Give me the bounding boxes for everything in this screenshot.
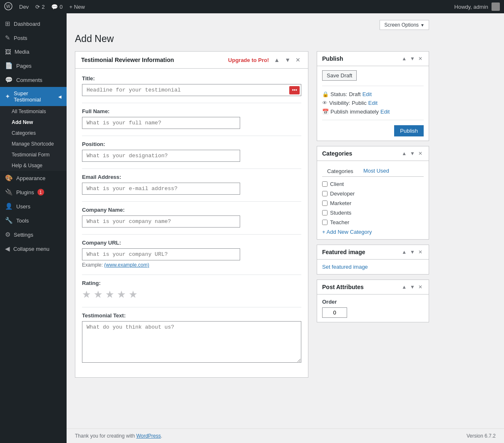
sidebar-item-label: Pages: [16, 63, 32, 69]
updates-link[interactable]: ⟳ 2: [35, 4, 45, 10]
email-input[interactable]: [82, 183, 240, 195]
post-attributes-title: Post Attributes: [322, 284, 400, 290]
categories-box-title: Categories: [322, 150, 400, 157]
publish-time-edit-link[interactable]: Edit: [380, 109, 390, 115]
category-checkbox-teacher[interactable]: [322, 220, 328, 225]
main-content: Screen Options Add New Testimonial Revie…: [67, 13, 437, 428]
company-url-example-link[interactable]: (www.example.com): [104, 262, 149, 268]
sidebar-item-users[interactable]: 👤 Users: [0, 199, 67, 213]
rating-field-group: Rating: ★ ★ ★ ★ ★: [82, 280, 301, 300]
featured-image-up[interactable]: ▲: [400, 248, 408, 256]
star-3[interactable]: ★: [105, 289, 114, 300]
sidebar-collapse-menu[interactable]: ◀ Collapse menu: [0, 242, 67, 256]
wordpress-link[interactable]: WordPress: [136, 433, 161, 439]
publish-box-down[interactable]: ▼: [409, 55, 416, 62]
sidebar-item-label: Settings: [14, 232, 33, 238]
sidebar-item-label: Comments: [16, 77, 42, 83]
new-content-link[interactable]: + New: [70, 4, 85, 10]
tab-most-used[interactable]: Most Used: [358, 165, 394, 176]
screen-options-bar: Screen Options: [75, 20, 429, 30]
publish-box-up[interactable]: ▲: [400, 55, 408, 62]
featured-image-down[interactable]: ▼: [409, 248, 416, 256]
tab-all-categories[interactable]: Categories: [322, 165, 358, 177]
fullname-input[interactable]: [82, 117, 240, 129]
category-label-client: Client: [330, 181, 344, 187]
list-item: Marketer: [322, 200, 424, 206]
sidebar-item-comments[interactable]: 💬 Comments: [0, 73, 67, 87]
dashboard-icon: ⊞: [5, 20, 10, 27]
rating-label: Rating:: [82, 280, 301, 286]
sidebar-item-label: Super Testimonial: [14, 90, 55, 103]
submenu-manage-shortcode[interactable]: Manage Shortcode: [0, 139, 67, 149]
meta-box-collapse-up[interactable]: ▲: [272, 56, 281, 64]
publish-box: Publish ▲ ▼ ✕ Save Draft: [317, 51, 429, 141]
company-name-field-group: Company Name:: [82, 207, 301, 228]
comments-link[interactable]: 💬 0: [51, 4, 62, 10]
save-draft-button[interactable]: Save Draft: [322, 70, 357, 81]
category-checkbox-marketer[interactable]: [322, 200, 328, 206]
category-checkbox-students[interactable]: [322, 210, 328, 215]
calendar-icon: 📅: [322, 109, 329, 115]
star-1[interactable]: ★: [82, 289, 91, 300]
sidebar-item-dashboard[interactable]: ⊞ Dashboard: [0, 17, 67, 31]
users-icon: 👤: [5, 203, 13, 210]
post-attributes-close[interactable]: ✕: [417, 283, 424, 291]
star-4[interactable]: ★: [117, 289, 126, 300]
title-dots-button[interactable]: •••: [289, 86, 300, 94]
publish-time-value: immediately: [350, 109, 379, 115]
publish-time-label: Publish: [330, 109, 348, 115]
category-checkbox-client[interactable]: [322, 181, 328, 187]
submenu-categories[interactable]: Categories: [0, 128, 67, 139]
list-item: Client: [322, 181, 424, 187]
post-attributes-down[interactable]: ▼: [409, 283, 416, 291]
sidebar-item-super-testimonial[interactable]: ✦ Super Testimonial ◀: [0, 87, 67, 106]
sidebar-item-posts[interactable]: ✎ Posts: [0, 31, 67, 45]
submenu-add-new[interactable]: Add New: [0, 117, 67, 128]
publish-button[interactable]: Publish: [394, 125, 424, 136]
featured-image-close[interactable]: ✕: [417, 248, 424, 256]
meta-box-body: Title: ••• Full Name:: [75, 69, 308, 377]
visibility-edit-link[interactable]: Edit: [368, 100, 377, 106]
title-input[interactable]: [82, 84, 301, 96]
sidebar-item-media[interactable]: 🖼 Media: [0, 45, 67, 59]
visibility-row: 👁 Visibility: Public Edit: [322, 100, 424, 106]
sidebar-item-appearance[interactable]: 🎨 Appearance: [0, 171, 67, 185]
status-label: Status:: [330, 91, 347, 97]
submenu-all-testimonials[interactable]: All Testimonials: [0, 106, 67, 117]
site-name[interactable]: Dev: [19, 4, 29, 10]
categories-box-down[interactable]: ▼: [409, 150, 416, 157]
submenu-testimonial-form[interactable]: Testimonial Form: [0, 149, 67, 160]
submenu-help-usage[interactable]: Help & Usage: [0, 160, 67, 171]
category-checkbox-developer[interactable]: [322, 191, 328, 196]
pages-icon: 📄: [5, 62, 13, 69]
publish-box-close[interactable]: ✕: [417, 55, 424, 62]
sidebar-item-plugins[interactable]: 🔌 Plugins 1: [0, 185, 67, 199]
meta-box-close[interactable]: ✕: [294, 56, 302, 64]
company-url-input[interactable]: [82, 248, 240, 260]
meta-box-collapse-down[interactable]: ▼: [283, 56, 292, 64]
order-input[interactable]: [322, 307, 347, 318]
categories-box-up[interactable]: ▲: [400, 150, 408, 157]
categories-box-close[interactable]: ✕: [417, 150, 424, 157]
categories-tabs: Categories Most Used: [322, 165, 424, 177]
visibility-icon: 👁: [322, 100, 328, 106]
sidebar-item-settings[interactable]: ⚙ Settings: [0, 228, 67, 242]
company-name-input[interactable]: [82, 215, 240, 228]
star-2[interactable]: ★: [94, 289, 103, 300]
star-5[interactable]: ★: [129, 289, 138, 300]
position-input[interactable]: [82, 150, 240, 162]
set-featured-image-link[interactable]: Set featured image: [322, 264, 368, 270]
howdy-text: Howdy, admin: [454, 4, 488, 10]
post-attributes-up[interactable]: ▲: [400, 283, 408, 291]
screen-options-button[interactable]: Screen Options: [380, 20, 429, 30]
upgrade-pro-link[interactable]: Upgrade to Pro!: [228, 57, 269, 63]
testimonial-text-textarea[interactable]: [82, 321, 301, 363]
publish-box-title: Publish: [322, 55, 400, 62]
add-new-category-link[interactable]: + Add New Category: [322, 229, 372, 235]
footer: Thank you for creating with WordPress. V…: [67, 428, 504, 443]
status-edit-link[interactable]: Edit: [362, 91, 372, 97]
sidebar-item-pages[interactable]: 📄 Pages: [0, 59, 67, 73]
email-field-group: Email Address:: [82, 174, 301, 195]
sidebar-item-tools[interactable]: 🔧 Tools: [0, 213, 67, 228]
post-attributes-box: Post Attributes ▲ ▼ ✕ Order: [317, 280, 429, 322]
